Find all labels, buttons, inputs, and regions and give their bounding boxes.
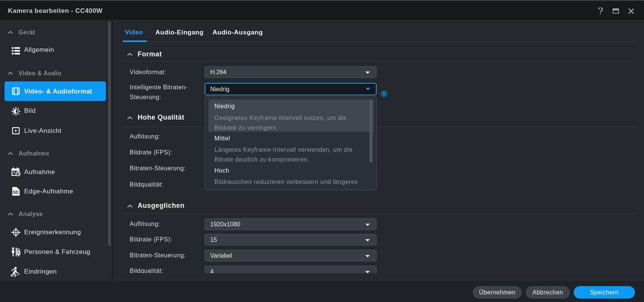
- svg-text:SD: SD: [13, 190, 19, 195]
